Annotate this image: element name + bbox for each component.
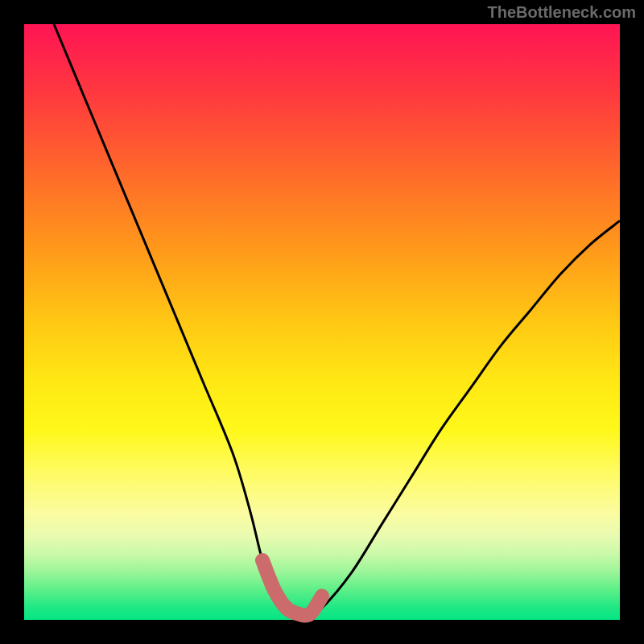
plot-area — [24, 24, 620, 620]
optimal-range-highlight — [262, 560, 322, 616]
bottleneck-curve-path — [54, 24, 620, 615]
chart-frame: TheBottleneck.com — [0, 0, 644, 644]
watermark-label: TheBottleneck.com — [488, 3, 636, 22]
curve-svg — [24, 24, 620, 620]
